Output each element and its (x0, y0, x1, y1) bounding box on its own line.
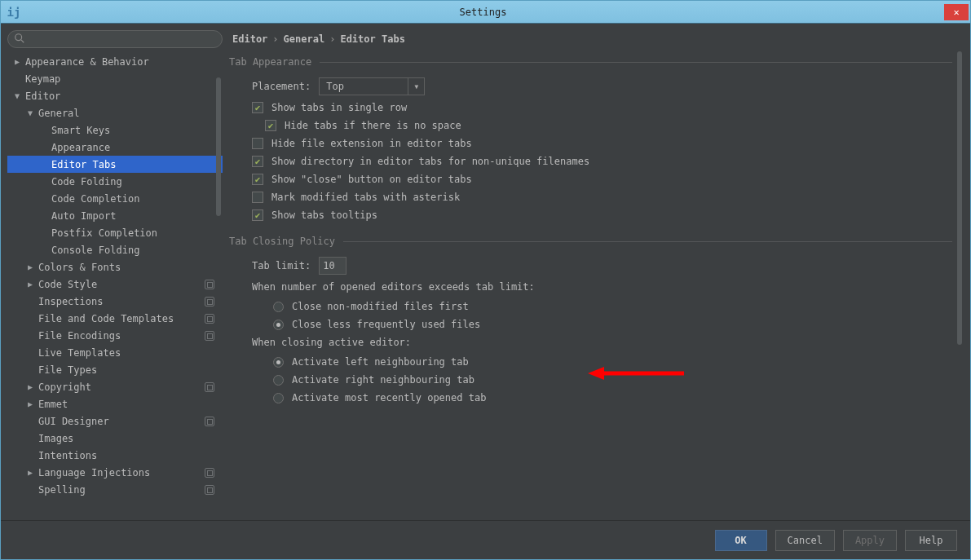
radio-label: Activate left neighbouring tab (292, 356, 469, 368)
checkbox[interactable] (252, 192, 263, 203)
window-title: Settings (22, 7, 944, 18)
sidebar-item-appearance-behavior[interactable]: ▶Appearance & Behavior (7, 53, 223, 70)
sidebar-item-label: Inspections (38, 296, 205, 307)
sidebar-item-keymap[interactable]: Keymap (7, 70, 223, 87)
sidebar-item-smart-keys[interactable]: Smart Keys (7, 121, 223, 139)
sidebar-item-colors-fonts[interactable]: ▶Colors & Fonts (7, 258, 223, 276)
chevron-down-icon: ▼ (12, 91, 22, 101)
ok-button[interactable]: OK (715, 530, 767, 551)
project-level-icon (205, 314, 214, 324)
sidebar-item-label: GUI Designer (38, 416, 205, 427)
sidebar-item-copyright[interactable]: ▶Copyright (7, 378, 223, 395)
sidebar-item-file-types[interactable]: File Types (7, 361, 223, 378)
sidebar-item-emmet[interactable]: ▶Emmet (7, 395, 223, 412)
group-divider (343, 241, 952, 242)
sidebar-scrollbar-thumb[interactable] (216, 77, 221, 216)
radio-button[interactable] (273, 393, 284, 403)
sidebar-item-auto-import[interactable]: Auto Import (7, 207, 223, 224)
sidebar-item-images[interactable]: Images (7, 430, 223, 447)
checkbox-row: Mark modified tabs with asterisk (229, 188, 952, 206)
sidebar-item-file-encodings[interactable]: File Encodings (7, 327, 223, 344)
tab-limit-input[interactable] (319, 257, 346, 275)
checkbox[interactable] (252, 174, 263, 185)
sidebar-item-label: General (38, 108, 223, 119)
sidebar-item-label: Images (38, 433, 223, 444)
chevron-right-icon: ▶ (25, 280, 35, 289)
radio-button[interactable] (273, 357, 284, 368)
checkbox[interactable] (252, 138, 263, 149)
settings-window: ij Settings ✕ ▶Appearance & BehaviorKeym… (0, 0, 971, 560)
sidebar-item-language-injections[interactable]: ▶Language Injections (7, 464, 223, 481)
radio-row: Activate left neighbouring tab (229, 353, 952, 371)
sidebar-item-console-folding[interactable]: Console Folding (7, 241, 223, 258)
checkbox-row: Hide tabs if there is no space (229, 117, 952, 134)
sidebar-item-code-folding[interactable]: Code Folding (7, 173, 223, 190)
sidebar-item-editor-tabs[interactable]: Editor Tabs (7, 156, 223, 173)
checkbox[interactable] (252, 209, 263, 221)
checkbox-row: Show tabs tooltips (229, 206, 952, 224)
window-close-button[interactable]: ✕ (944, 4, 969, 20)
sidebar-item-label: Editor (25, 90, 223, 102)
placement-select[interactable]: Top ▾ (319, 77, 425, 95)
sidebar-item-appearance[interactable]: Appearance (7, 139, 223, 156)
sidebar-item-editor[interactable]: ▼Editor (7, 87, 223, 104)
main-panel: Editor › General › Editor Tabs Tab Appea… (229, 30, 964, 520)
sidebar-item-general[interactable]: ▼General (7, 104, 223, 121)
chevron-right-icon: ▶ (12, 57, 22, 67)
sidebar-item-code-completion[interactable]: Code Completion (7, 190, 223, 207)
sidebar-item-label: Spelling (38, 484, 205, 496)
breadcrumb-part: General (284, 33, 325, 45)
sidebar-item-label: Live Templates (38, 347, 223, 359)
breadcrumb-separator: › (329, 33, 335, 45)
sidebar-item-label: Smart Keys (51, 125, 223, 136)
radio-row: Close non-modified files first (229, 298, 952, 315)
project-level-icon (205, 297, 214, 306)
settings-tree[interactable]: ▶Appearance & BehaviorKeymap▼Editor▼Gene… (7, 53, 223, 520)
sidebar-item-label: File Encodings (38, 330, 205, 342)
placement-value: Top (320, 81, 408, 92)
checkbox[interactable] (252, 156, 263, 167)
sidebar-item-intentions[interactable]: Intentions (7, 447, 223, 464)
sidebar-item-label: Emmet (38, 399, 223, 410)
sidebar-item-inspections[interactable]: Inspections (7, 293, 223, 310)
checkbox[interactable] (252, 102, 263, 113)
checkbox-label: Show tabs tooltips (271, 209, 377, 221)
sidebar-item-label: Auto Import (51, 210, 223, 222)
group-header: Tab Closing Policy (229, 236, 952, 247)
sidebar-item-spelling[interactable]: Spelling (7, 481, 223, 498)
project-level-icon (205, 417, 214, 426)
project-level-icon (205, 468, 214, 478)
group-tab-appearance: Tab Appearance Placement: Top ▾ Show tab… (229, 56, 952, 224)
sidebar-item-live-templates[interactable]: Live Templates (7, 344, 223, 361)
sidebar-item-gui-designer[interactable]: GUI Designer (7, 412, 223, 430)
closing-active-label: When closing active editor: (229, 333, 952, 353)
panel-scrollbar-thumb[interactable] (957, 51, 962, 345)
radio-label: Close less frequently used files (292, 319, 480, 330)
apply-button[interactable]: Apply (843, 530, 897, 551)
sidebar-item-label: Intentions (38, 450, 223, 461)
group-title: Tab Appearance (229, 56, 311, 68)
sidebar-item-code-style[interactable]: ▶Code Style (7, 276, 223, 293)
help-button[interactable]: Help (905, 530, 957, 551)
chevron-right-icon: ▶ (25, 399, 35, 409)
sidebar-item-label: Appearance & Behavior (25, 56, 223, 68)
svg-point-0 (15, 34, 22, 41)
checkbox[interactable] (265, 120, 276, 131)
sidebar-item-label: Code Completion (51, 193, 223, 205)
radio-button[interactable] (273, 302, 284, 312)
content-area: ▶Appearance & BehaviorKeymap▼Editor▼Gene… (1, 24, 970, 520)
sidebar-item-label: Code Style (38, 279, 205, 290)
sidebar-item-postfix-completion[interactable]: Postfix Completion (7, 224, 223, 241)
radio-button[interactable] (273, 320, 284, 330)
radio-button[interactable] (273, 375, 284, 386)
sidebar-item-file-and-code-templates[interactable]: File and Code Templates (7, 310, 223, 327)
tab-limit-label: Tab limit: (252, 260, 311, 271)
radio-label: Activate most recently opened tab (292, 392, 486, 403)
radio-label: Activate right neighbouring tab (292, 374, 474, 386)
cancel-button[interactable]: Cancel (775, 530, 835, 551)
radio-label: Close non-modified files first (292, 301, 469, 312)
search-input[interactable] (7, 30, 223, 48)
settings-panel: Tab Appearance Placement: Top ▾ Show tab… (229, 51, 964, 520)
project-level-icon (205, 280, 214, 289)
sidebar-item-label: File and Code Templates (38, 313, 205, 324)
